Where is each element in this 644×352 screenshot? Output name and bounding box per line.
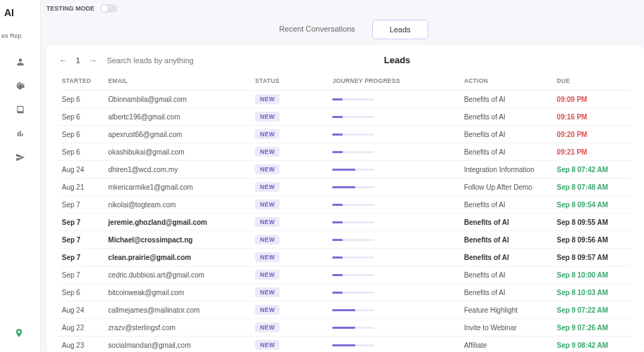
- cell-status: NEW: [252, 126, 329, 143]
- progress-bar: [332, 327, 374, 329]
- cell-email: cedric.dubbiosi.art@gmail.com: [105, 266, 252, 284]
- cell-action: Invite to Webinar: [461, 319, 554, 337]
- cell-journey: [329, 249, 461, 266]
- col-status[interactable]: STATUS: [252, 74, 329, 91]
- cell-due: Sep 8 09:57 AM: [554, 249, 631, 266]
- progress-bar: [332, 169, 374, 171]
- status-badge: NEW: [255, 94, 280, 104]
- role-label: es Rep: [0, 32, 40, 39]
- table-row[interactable]: Sep 7Michael@crossimpact.ngNEWBenefits o…: [59, 231, 631, 249]
- progress-bar: [332, 256, 374, 259]
- table-row[interactable]: Aug 24callmejames@mailinator.comNEWFeatu…: [59, 301, 631, 319]
- table-row[interactable]: Aug 24dhiren1@wcd.com.myNEWIntegration I…: [59, 161, 631, 178]
- cell-due: Sep 9 07:26 AM: [554, 319, 631, 337]
- search-input[interactable]: [107, 56, 247, 65]
- table-title: Leads: [247, 55, 547, 65]
- cell-status: NEW: [252, 284, 329, 301]
- table-row[interactable]: Aug 21mkericarmike1@gmail.comNEWFollow U…: [59, 178, 631, 196]
- cell-action: Benefits of AI: [461, 91, 554, 108]
- status-badge: NEW: [255, 340, 280, 350]
- cell-email: socialmandan@gmail,com: [105, 337, 252, 353]
- table-row[interactable]: Sep 6okashibukai@gmail.comNEWBenefits of…: [59, 143, 631, 161]
- cell-status: NEW: [252, 161, 329, 178]
- col-email[interactable]: EMAIL: [105, 74, 252, 91]
- cell-due: Sep 8 09:55 AM: [554, 214, 631, 231]
- col-action[interactable]: ACTION: [461, 74, 554, 91]
- table-row[interactable]: Aug 23socialmandan@gmail,comNEWAffiliate…: [59, 337, 631, 353]
- progress-bar: [332, 344, 374, 346]
- send-icon[interactable]: [15, 152, 25, 164]
- status-badge: NEW: [255, 182, 280, 192]
- progress-bar: [332, 186, 374, 188]
- tabs: Recent Conversations Leads: [46, 20, 644, 39]
- table-row[interactable]: Sep 6Obinnambila@gmail.comNEWBenefits of…: [59, 91, 631, 108]
- table-row[interactable]: Sep 7cedric.dubbiosi.art@gmail.comNEWBen…: [59, 266, 631, 284]
- cell-email: Obinnambila@gmail.com: [105, 91, 252, 108]
- cell-due: Sep 8 10:00 AM: [554, 266, 631, 284]
- palette-icon[interactable]: [15, 81, 25, 92]
- cell-status: NEW: [252, 231, 329, 249]
- cell-journey: [329, 143, 461, 161]
- left-rail: AI es Rep: [0, 0, 41, 352]
- col-started[interactable]: STARTED: [59, 74, 105, 91]
- cell-action: Follow Up After Demo: [461, 178, 554, 196]
- cell-journey: [329, 126, 461, 143]
- cell-action: Benefits of AI: [461, 126, 554, 143]
- col-due[interactable]: DUE: [554, 74, 631, 91]
- cell-journey: [329, 161, 461, 178]
- table-row[interactable]: Sep 7jeremie.ghozland@gmail.comNEWBenefi…: [59, 214, 631, 231]
- progress-bar: [332, 151, 374, 153]
- analytics-icon[interactable]: [15, 129, 25, 140]
- cell-started: Sep 6: [59, 284, 105, 301]
- status-indicator-icon: [14, 328, 24, 339]
- tab-leads[interactable]: Leads: [372, 20, 428, 39]
- testing-mode-toggle[interactable]: [100, 4, 117, 13]
- cell-due: Sep 8 09:56 AM: [554, 231, 631, 249]
- status-badge: NEW: [255, 164, 280, 174]
- cell-status: NEW: [252, 266, 329, 284]
- status-badge: NEW: [255, 235, 280, 245]
- cell-journey: [329, 266, 461, 284]
- cell-email: clean.prairie@gmail.com: [105, 249, 252, 266]
- cell-action: Benefits of AI: [461, 108, 554, 126]
- cell-action: Benefits of AI: [461, 249, 554, 266]
- cell-due: Sep 8 10:03 AM: [554, 284, 631, 301]
- table-row[interactable]: Sep 6bitcoinweak@gmail.comNEWBenefits of…: [59, 284, 631, 301]
- tab-recent-conversations[interactable]: Recent Conversations: [262, 20, 372, 39]
- cell-journey: [329, 196, 461, 214]
- pager-next-icon[interactable]: →: [88, 56, 97, 65]
- cell-due: 09:21 PM: [554, 143, 631, 161]
- table-row[interactable]: Aug 22zrazv@sterlingsf.comNEWInvite to W…: [59, 319, 631, 337]
- status-badge: NEW: [255, 270, 280, 280]
- table-row[interactable]: Sep 6albertc196@gmail.comNEWBenefits of …: [59, 108, 631, 126]
- cell-due: Sep 9 08:42 AM: [554, 337, 631, 353]
- pager-prev-icon[interactable]: ←: [59, 56, 67, 65]
- cell-email: dhiren1@wcd.com.my: [105, 161, 252, 178]
- cell-started: Sep 7: [59, 266, 105, 284]
- cell-status: NEW: [252, 301, 329, 319]
- cell-journey: [329, 231, 461, 249]
- cell-started: Sep 6: [59, 143, 105, 161]
- cell-status: NEW: [252, 319, 329, 337]
- user-icon[interactable]: [15, 57, 25, 68]
- pager: ← 1 →: [59, 56, 97, 65]
- cell-started: Sep 7: [59, 196, 105, 214]
- table-row[interactable]: Sep 6apexrust66@gmail.comNEWBenefits of …: [59, 126, 631, 143]
- table-row[interactable]: Sep 7nikolai@togteam.comNEWBenefits of A…: [59, 196, 631, 214]
- cell-journey: [329, 108, 461, 126]
- cell-email: mkericarmike1@gmail.com: [105, 178, 252, 196]
- brand-logo: AI: [0, 7, 40, 18]
- col-journey[interactable]: JOURNEY PROGRESS: [329, 74, 461, 91]
- cell-email: bitcoinweak@gmail.com: [105, 284, 252, 301]
- book-icon[interactable]: [15, 105, 25, 116]
- table-row[interactable]: Sep 7clean.prairie@gmail.comNEWBenefits …: [59, 249, 631, 266]
- cell-action: Affiliate: [461, 337, 554, 353]
- topbar: TESTING MODE: [46, 4, 644, 13]
- progress-bar: [332, 274, 374, 276]
- cell-started: Aug 23: [59, 337, 105, 353]
- cell-started: Sep 7: [59, 214, 105, 231]
- cell-due: 09:09 PM: [554, 91, 631, 108]
- progress-bar: [332, 309, 374, 311]
- progress-bar: [332, 116, 374, 118]
- cell-started: Aug 22: [59, 319, 105, 337]
